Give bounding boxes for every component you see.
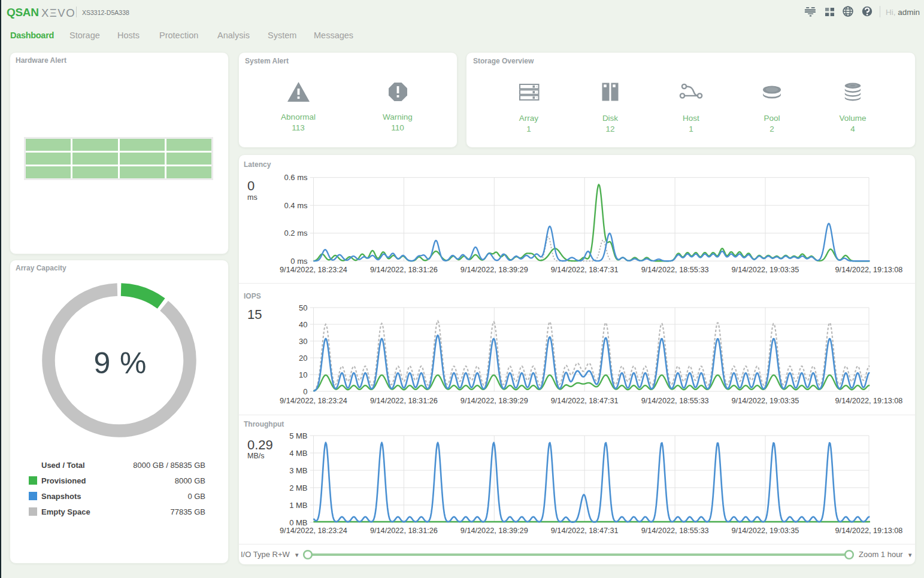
svg-text:40: 40: [299, 320, 307, 329]
svg-text:0 ms: 0 ms: [290, 257, 308, 266]
svg-text:0.6 ms: 0.6 ms: [284, 173, 308, 182]
svg-text:9/14/2022, 18:31:26: 9/14/2022, 18:31:26: [370, 527, 438, 535]
svg-text:9/14/2022, 18:55:33: 9/14/2022, 18:55:33: [641, 527, 709, 535]
svg-text:4 MB: 4 MB: [289, 449, 307, 458]
svg-text:9/14/2022, 19:03:35: 9/14/2022, 19:03:35: [732, 266, 799, 274]
svg-text:9/14/2022, 18:47:31: 9/14/2022, 18:47:31: [551, 527, 619, 535]
svg-text:9/14/2022, 18:55:33: 9/14/2022, 18:55:33: [641, 397, 709, 405]
svg-text:9/14/2022, 19:13:08: 9/14/2022, 19:13:08: [835, 527, 903, 535]
svg-text:9/14/2022, 19:03:35: 9/14/2022, 19:03:35: [732, 397, 799, 405]
svg-text:9/14/2022, 18:23:24: 9/14/2022, 18:23:24: [280, 527, 347, 535]
svg-text:9/14/2022, 18:47:31: 9/14/2022, 18:47:31: [551, 266, 619, 274]
svg-text:20: 20: [299, 354, 307, 363]
svg-text:9/14/2022, 18:23:24: 9/14/2022, 18:23:24: [280, 397, 347, 405]
svg-text:30: 30: [299, 337, 307, 346]
svg-text:9 %: 9 %: [93, 346, 147, 380]
svg-text:9/14/2022, 18:31:26: 9/14/2022, 18:31:26: [370, 266, 438, 274]
svg-text:9/14/2022, 18:39:29: 9/14/2022, 18:39:29: [461, 527, 528, 535]
svg-text:50: 50: [299, 303, 307, 312]
svg-text:10: 10: [299, 370, 307, 379]
svg-text:0.2 ms: 0.2 ms: [284, 229, 308, 238]
svg-text:9/14/2022, 18:23:24: 9/14/2022, 18:23:24: [280, 266, 347, 274]
svg-text:0 MB: 0 MB: [289, 518, 307, 527]
svg-text:3 MB: 3 MB: [289, 466, 307, 475]
svg-text:9/14/2022, 19:13:08: 9/14/2022, 19:13:08: [835, 397, 903, 405]
svg-text:0.4 ms: 0.4 ms: [284, 201, 308, 210]
svg-text:9/14/2022, 19:03:35: 9/14/2022, 19:03:35: [732, 527, 799, 535]
svg-text:0: 0: [303, 387, 307, 396]
svg-text:9/14/2022, 18:39:29: 9/14/2022, 18:39:29: [461, 266, 528, 274]
svg-text:9/14/2022, 19:13:08: 9/14/2022, 19:13:08: [835, 266, 903, 274]
svg-text:9/14/2022, 18:55:33: 9/14/2022, 18:55:33: [641, 266, 709, 274]
svg-text:5 MB: 5 MB: [289, 431, 307, 440]
svg-text:9/14/2022, 18:31:26: 9/14/2022, 18:31:26: [370, 397, 438, 405]
svg-text:9/14/2022, 18:47:31: 9/14/2022, 18:47:31: [551, 397, 619, 405]
svg-text:9/14/2022, 18:39:29: 9/14/2022, 18:39:29: [461, 397, 528, 405]
svg-text:1 MB: 1 MB: [289, 501, 307, 510]
svg-text:2 MB: 2 MB: [289, 483, 307, 492]
